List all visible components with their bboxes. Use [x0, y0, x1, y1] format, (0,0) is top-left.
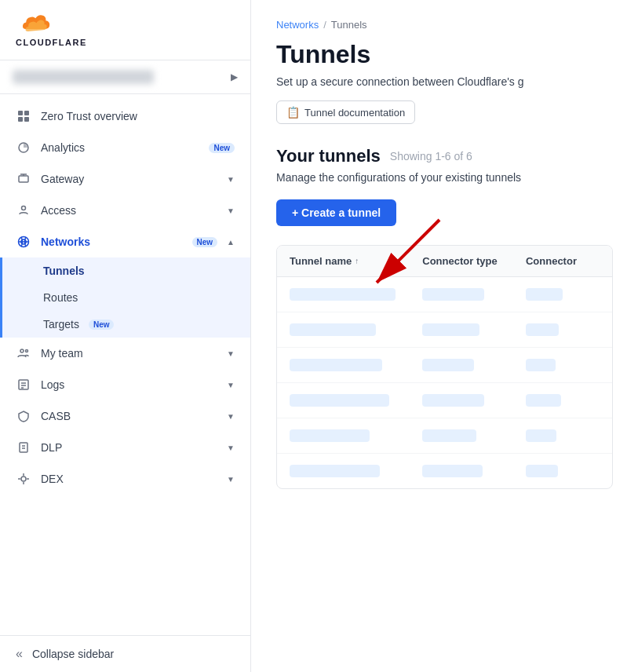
th-connector-label: Connector: [526, 255, 577, 267]
cell-connector-type: [422, 429, 526, 442]
th-connector-type-label: Connector type: [422, 255, 497, 267]
cell-connector-type: [422, 359, 526, 371]
collapse-chevrons-icon: «: [16, 647, 23, 661]
sidebar-sub-item-tunnels[interactable]: Tunnels: [2, 257, 250, 284]
page-description: Set up a secure connection between Cloud…: [276, 75, 613, 88]
networks-badge: New: [192, 237, 218, 247]
tunnels-label: Tunnels: [43, 265, 85, 277]
section-description: Manage the configurations of your existi…: [276, 171, 613, 184]
cell-connector: [526, 288, 600, 301]
svg-rect-5: [19, 176, 28, 182]
create-tunnel-label: + Create a tunnel: [292, 206, 381, 219]
table-row[interactable]: [277, 312, 612, 348]
svg-rect-18: [20, 443, 27, 452]
cell-tunnel-name: [290, 323, 422, 336]
table-row[interactable]: [277, 277, 612, 312]
cell-tunnel-name: [290, 359, 422, 371]
access-icon: [16, 203, 31, 218]
logs-icon: [16, 377, 31, 393]
logo-area: CLOUDFLARE: [0, 0, 250, 60]
sidebar-sub-item-routes[interactable]: Routes: [2, 284, 250, 311]
cell-connector: [526, 394, 600, 407]
table-header: Tunnel name ↑ Connector type Connector: [277, 246, 612, 277]
tunnel-doc-link[interactable]: 📋 Tunnel documentation: [276, 100, 415, 124]
breadcrumb: Networks / Tunnels: [276, 19, 613, 31]
logs-chevron-icon: ▼: [227, 381, 235, 389]
sidebar-item-my-team-label: My team: [41, 347, 217, 360]
table-row[interactable]: [277, 454, 612, 488]
grid-icon: [16, 108, 31, 124]
casb-icon: [16, 408, 31, 424]
table-row[interactable]: [277, 348, 612, 383]
book-icon: 📋: [286, 106, 300, 119]
cell-connector: [526, 429, 600, 442]
cell-connector-type: [422, 465, 526, 477]
targets-label: Targets: [43, 318, 79, 331]
chart-icon: [16, 140, 31, 155]
dex-chevron-icon: ▼: [227, 475, 235, 484]
sidebar-item-dex-label: DEX: [41, 473, 217, 485]
cell-connector: [526, 359, 600, 371]
cloudflare-logo: CLOUDFLARE: [16, 13, 87, 47]
sidebar-item-dlp[interactable]: DLP ▼: [0, 432, 250, 463]
cell-tunnel-name: [290, 465, 422, 477]
cell-connector-type: [422, 394, 526, 407]
sidebar-item-zero-trust-label: Zero Trust overview: [41, 110, 235, 122]
account-chevron-right-icon: ▶: [231, 71, 238, 82]
table-row[interactable]: [277, 383, 612, 418]
sidebar-item-gateway[interactable]: Gateway ▼: [0, 163, 250, 195]
svg-rect-3: [24, 117, 29, 122]
networks-icon: [16, 234, 31, 250]
doc-link-label: Tunnel documentation: [304, 107, 405, 119]
sidebar-item-analytics[interactable]: Analytics New: [0, 132, 250, 163]
cell-connector-type: [422, 323, 526, 336]
main-content: Networks / Tunnels Tunnels Set up a secu…: [251, 0, 638, 672]
sidebar-item-casb-label: CASB: [41, 410, 217, 422]
cell-tunnel-name: [290, 288, 422, 301]
collapse-sidebar-button[interactable]: « Collapse sidebar: [0, 635, 250, 672]
networks-sub-nav: Tunnels Routes Targets New: [0, 257, 250, 338]
svg-rect-0: [18, 111, 23, 115]
sidebar-item-my-team[interactable]: My team ▼: [0, 338, 250, 369]
access-chevron-icon: ▼: [227, 206, 235, 215]
section-count: Showing 1-6 of 6: [390, 150, 472, 163]
cell-connector: [526, 323, 600, 336]
sort-asc-icon[interactable]: ↑: [355, 257, 359, 265]
sidebar-item-gateway-label: Gateway: [41, 173, 217, 185]
breadcrumb-networks-link[interactable]: Networks: [276, 19, 319, 31]
create-tunnel-button[interactable]: + Create a tunnel: [276, 199, 396, 226]
sidebar-sub-item-targets[interactable]: Targets New: [2, 311, 250, 338]
account-name-blur: [13, 70, 154, 84]
th-connector: Connector: [526, 255, 600, 267]
cell-connector-type: [422, 288, 526, 301]
cloudflare-cloud-icon: [16, 13, 53, 36]
my-team-chevron-icon: ▼: [227, 349, 235, 358]
sidebar-item-access-label: Access: [41, 204, 217, 217]
th-tunnel-name-label: Tunnel name: [290, 255, 352, 267]
svg-rect-1: [24, 111, 29, 115]
th-connector-type: Connector type: [422, 255, 526, 267]
tunnels-table: Tunnel name ↑ Connector type Connector: [276, 245, 613, 489]
sidebar-item-logs[interactable]: Logs ▼: [0, 369, 250, 400]
gateway-chevron-icon: ▼: [227, 175, 235, 184]
analytics-badge: New: [209, 143, 235, 153]
sidebar-item-casb[interactable]: CASB ▼: [0, 400, 250, 432]
cell-connector: [526, 465, 600, 477]
sidebar-item-access[interactable]: Access ▼: [0, 195, 250, 226]
svg-point-13: [26, 350, 28, 352]
sidebar-item-dex[interactable]: DEX ▼: [0, 463, 250, 495]
team-icon: [16, 345, 31, 361]
th-tunnel-name: Tunnel name ↑: [290, 255, 422, 267]
account-selector[interactable]: ▶: [0, 60, 250, 94]
breadcrumb-current: Tunnels: [331, 19, 367, 31]
sidebar-item-zero-trust[interactable]: Zero Trust overview: [0, 100, 250, 132]
svg-point-21: [21, 477, 26, 481]
svg-rect-2: [18, 117, 23, 122]
svg-point-8: [22, 206, 26, 210]
table-row[interactable]: [277, 418, 612, 454]
gateway-icon: [16, 171, 31, 187]
networks-chevron-icon: ▲: [227, 238, 235, 247]
collapse-sidebar-label: Collapse sidebar: [32, 648, 114, 660]
sidebar-item-networks[interactable]: Networks New ▲: [0, 226, 250, 257]
dlp-icon: [16, 440, 31, 455]
